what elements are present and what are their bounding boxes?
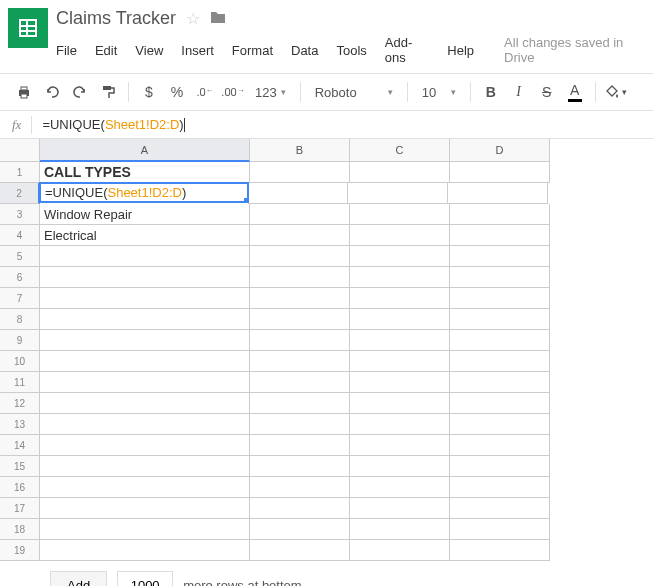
row-header[interactable]: 8 — [0, 309, 40, 330]
row-header[interactable]: 12 — [0, 393, 40, 414]
cell-D7[interactable] — [450, 288, 550, 309]
font-size-select[interactable]: 10▾ — [416, 85, 462, 100]
cell-B17[interactable] — [250, 498, 350, 519]
cell-B5[interactable] — [250, 246, 350, 267]
cell-A4[interactable]: Electrical — [40, 225, 250, 246]
cell-A6[interactable] — [40, 267, 250, 288]
menu-addons[interactable]: Add-ons — [385, 35, 430, 65]
cell-B16[interactable] — [250, 477, 350, 498]
cell-D3[interactable] — [450, 204, 550, 225]
star-icon[interactable]: ☆ — [186, 9, 200, 28]
cell-A1[interactable]: CALL TYPES — [40, 162, 250, 183]
cell-A2[interactable]: =UNIQUE(Sheet1!D2:D) — [39, 182, 249, 203]
add-rows-button[interactable]: Add — [50, 571, 107, 586]
cell-B14[interactable] — [250, 435, 350, 456]
cell-C18[interactable] — [350, 519, 450, 540]
cell-A18[interactable] — [40, 519, 250, 540]
redo-button[interactable] — [68, 80, 92, 104]
cell-B8[interactable] — [250, 309, 350, 330]
cell-C13[interactable] — [350, 414, 450, 435]
menu-help[interactable]: Help — [447, 43, 474, 58]
row-header[interactable]: 14 — [0, 435, 40, 456]
cell-A13[interactable] — [40, 414, 250, 435]
cell-A11[interactable] — [40, 372, 250, 393]
row-header[interactable]: 11 — [0, 372, 40, 393]
cell-A12[interactable] — [40, 393, 250, 414]
menu-edit[interactable]: Edit — [95, 43, 117, 58]
cell-D15[interactable] — [450, 456, 550, 477]
row-header[interactable]: 5 — [0, 246, 40, 267]
cell-B13[interactable] — [250, 414, 350, 435]
cell-D11[interactable] — [450, 372, 550, 393]
cell-A19[interactable] — [40, 540, 250, 561]
cell-D6[interactable] — [450, 267, 550, 288]
cell-A7[interactable] — [40, 288, 250, 309]
cell-B12[interactable] — [250, 393, 350, 414]
cell-D13[interactable] — [450, 414, 550, 435]
paint-format-button[interactable] — [96, 80, 120, 104]
cell-A9[interactable] — [40, 330, 250, 351]
cell-C10[interactable] — [350, 351, 450, 372]
cell-C1[interactable] — [350, 162, 450, 183]
currency-button[interactable]: $ — [137, 80, 161, 104]
cell-C11[interactable] — [350, 372, 450, 393]
font-select[interactable]: Roboto▾ — [309, 85, 399, 100]
cell-B11[interactable] — [250, 372, 350, 393]
undo-button[interactable] — [40, 80, 64, 104]
row-header[interactable]: 6 — [0, 267, 40, 288]
menu-format[interactable]: Format — [232, 43, 273, 58]
print-button[interactable] — [12, 80, 36, 104]
cell-D14[interactable] — [450, 435, 550, 456]
cell-D12[interactable] — [450, 393, 550, 414]
cell-D4[interactable] — [450, 225, 550, 246]
cell-A5[interactable] — [40, 246, 250, 267]
cell-D10[interactable] — [450, 351, 550, 372]
cell-D17[interactable] — [450, 498, 550, 519]
cell-A8[interactable] — [40, 309, 250, 330]
cell-C2[interactable] — [348, 183, 448, 204]
col-header-D[interactable]: D — [450, 139, 550, 162]
text-color-button[interactable]: A — [563, 80, 587, 104]
cell-D1[interactable] — [450, 162, 550, 183]
cell-B7[interactable] — [250, 288, 350, 309]
cell-C12[interactable] — [350, 393, 450, 414]
cell-C3[interactable] — [350, 204, 450, 225]
cell-B1[interactable] — [250, 162, 350, 183]
cell-C9[interactable] — [350, 330, 450, 351]
cell-B6[interactable] — [250, 267, 350, 288]
row-header[interactable]: 13 — [0, 414, 40, 435]
fill-color-button[interactable]: ▾ — [604, 80, 628, 104]
formula-input[interactable]: =UNIQUE(Sheet1!D2:D) — [42, 117, 641, 132]
col-header-B[interactable]: B — [250, 139, 350, 162]
row-header[interactable]: 15 — [0, 456, 40, 477]
cell-C6[interactable] — [350, 267, 450, 288]
bold-button[interactable]: B — [479, 80, 503, 104]
add-rows-count-input[interactable] — [117, 571, 173, 586]
cell-A14[interactable] — [40, 435, 250, 456]
cell-C4[interactable] — [350, 225, 450, 246]
row-header[interactable]: 18 — [0, 519, 40, 540]
menu-data[interactable]: Data — [291, 43, 318, 58]
menu-tools[interactable]: Tools — [336, 43, 366, 58]
strikethrough-button[interactable]: S — [535, 80, 559, 104]
menu-file[interactable]: File — [56, 43, 77, 58]
cell-B2[interactable] — [248, 183, 348, 204]
increase-decimal-button[interactable]: .00→ — [221, 80, 245, 104]
cell-D19[interactable] — [450, 540, 550, 561]
cell-A15[interactable] — [40, 456, 250, 477]
row-header[interactable]: 19 — [0, 540, 40, 561]
cell-A3[interactable]: Window Repair — [40, 204, 250, 225]
cell-B18[interactable] — [250, 519, 350, 540]
cell-D5[interactable] — [450, 246, 550, 267]
menu-view[interactable]: View — [135, 43, 163, 58]
cell-B9[interactable] — [250, 330, 350, 351]
more-formats-button[interactable]: 123▾ — [249, 85, 292, 100]
cell-C19[interactable] — [350, 540, 450, 561]
row-header[interactable]: 4 — [0, 225, 40, 246]
row-header[interactable]: 1 — [0, 162, 40, 183]
row-header[interactable]: 16 — [0, 477, 40, 498]
cell-D9[interactable] — [450, 330, 550, 351]
select-all-corner[interactable] — [0, 139, 40, 162]
row-header[interactable]: 2 — [0, 183, 40, 204]
row-header[interactable]: 3 — [0, 204, 40, 225]
